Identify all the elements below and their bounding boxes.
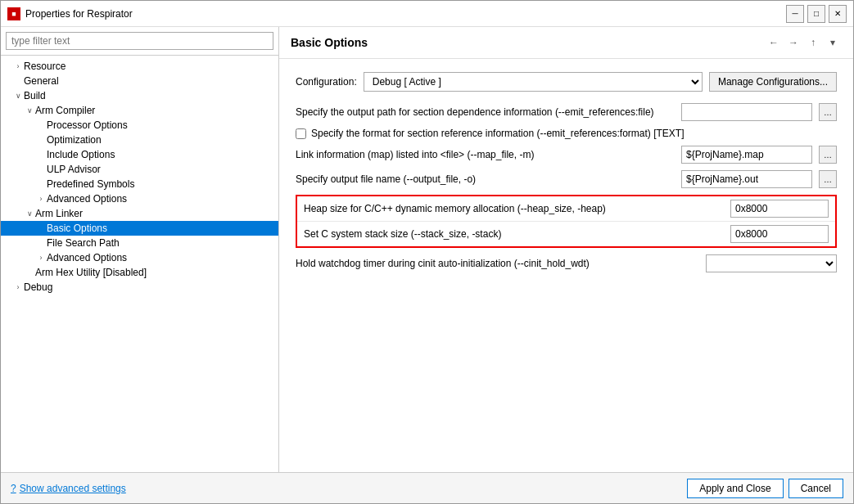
sidebar-label-ulp-advisor: ULP Advisor [47, 164, 101, 175]
sidebar-label-basic-options: Basic Options [47, 223, 107, 234]
stack-size-input[interactable] [730, 225, 829, 243]
window-controls: ─ □ ✕ [786, 5, 847, 23]
configuration-label: Configuration: [296, 76, 357, 88]
sidebar-label-include-options: Include Options [47, 149, 115, 160]
hold-wdt-dropdown[interactable] [706, 254, 837, 272]
show-advanced-settings-link[interactable]: ? Show advanced settings [11, 483, 126, 494]
emit-references-format-checkbox[interactable] [296, 128, 306, 139]
sidebar-item-advanced-options-linker[interactable]: ›Advanced Options [1, 250, 278, 265]
panel-title: Basic Options [291, 36, 368, 49]
sidebar-item-advanced-options-compiler[interactable]: ›Advanced Options [1, 191, 278, 206]
emit-references-row: Specify the output path for section depe… [296, 103, 837, 121]
manage-configurations-button[interactable]: Manage Configurations... [709, 72, 837, 92]
expand-icon-build: ∨ [12, 92, 24, 100]
back-button[interactable]: ← [765, 34, 783, 52]
output-file-row: Specify output file name (--output_file,… [296, 170, 837, 188]
forward-button[interactable]: → [784, 34, 802, 52]
up-button[interactable]: ↑ [804, 34, 822, 52]
highlighted-section: Heap size for C/C++ dynamic memory alloc… [296, 195, 837, 248]
footer: ? Show advanced settings Apply and Close… [1, 472, 853, 503]
panel-header: Basic Options ← → ↑ ▾ [279, 27, 853, 59]
map-file-browse-button[interactable]: … [819, 146, 837, 164]
menu-button[interactable]: ▾ [824, 34, 842, 52]
expand-icon-advanced-options-compiler: › [35, 195, 47, 203]
stack-size-label: Set C system stack size (--stack_size, -… [304, 228, 724, 240]
show-advanced-settings-label: Show advanced settings [20, 483, 126, 494]
apply-close-button[interactable]: Apply and Close [687, 479, 783, 498]
output-file-label: Specify output file name (--output_file,… [296, 173, 675, 185]
window-title: Properties for Respirator [25, 8, 133, 20]
expand-icon-resource: › [12, 62, 24, 70]
sidebar-item-processor-options[interactable]: Processor Options [1, 118, 278, 133]
emit-references-label: Specify the output path for section depe… [296, 106, 675, 118]
sidebar-item-include-options[interactable]: Include Options [1, 147, 278, 162]
footer-buttons: Apply and Close Cancel [687, 479, 843, 498]
sidebar-label-arm-hex-utility: Arm Hex Utility [Disabled] [35, 267, 147, 278]
sidebar-label-debug: Debug [24, 281, 52, 293]
app-icon: ■ [7, 7, 20, 20]
tree: ›ResourceGeneral∨Build∨Arm CompilerProce… [1, 56, 278, 472]
sidebar-item-optimization[interactable]: Optimization [1, 133, 278, 147]
map-file-row: Link information (map) listed into <file… [296, 146, 837, 164]
sidebar-label-optimization: Optimization [47, 134, 102, 146]
cancel-button[interactable]: Cancel [788, 479, 843, 498]
emit-references-format-label: Specify the format for section reference… [311, 128, 685, 139]
minimize-button[interactable]: ─ [786, 5, 804, 23]
output-file-browse-button[interactable]: … [819, 170, 837, 188]
hold-wdt-label: Hold watchdog timer during cinit auto-in… [296, 258, 699, 269]
heap-size-label: Heap size for C/C++ dynamic memory alloc… [304, 203, 724, 214]
sidebar-item-build[interactable]: ∨Build [1, 88, 278, 103]
main-content: ›ResourceGeneral∨Build∨Arm CompilerProce… [1, 27, 853, 472]
close-button[interactable]: ✕ [829, 5, 847, 23]
sidebar-item-arm-linker[interactable]: ∨Arm Linker [1, 206, 278, 221]
hold-wdt-row: Hold watchdog timer during cinit auto-in… [296, 254, 837, 272]
heap-size-row: Heap size for C/C++ dynamic memory alloc… [297, 196, 835, 222]
output-file-input[interactable] [681, 170, 812, 188]
filter-input[interactable] [6, 32, 273, 50]
map-file-input[interactable] [681, 146, 812, 164]
sidebar-label-arm-compiler: Arm Compiler [35, 105, 95, 116]
sidebar-label-build: Build [24, 90, 46, 101]
expand-icon-debug: › [12, 283, 24, 291]
sidebar-item-ulp-advisor[interactable]: ULP Advisor [1, 162, 278, 177]
emit-references-browse-button[interactable]: … [819, 103, 837, 121]
configuration-row: Configuration: Debug [ Active ] Manage C… [296, 72, 837, 92]
sidebar-item-arm-hex-utility[interactable]: Arm Hex Utility [Disabled] [1, 265, 278, 280]
sidebar-label-arm-linker: Arm Linker [35, 208, 83, 219]
sidebar-item-arm-compiler[interactable]: ∨Arm Compiler [1, 103, 278, 118]
stack-size-row: Set C system stack size (--stack_size, -… [297, 222, 835, 246]
sidebar-item-general[interactable]: General [1, 74, 278, 88]
heap-size-input[interactable] [730, 200, 829, 218]
filter-box [1, 27, 278, 56]
sidebar-item-resource[interactable]: ›Resource [1, 59, 278, 74]
right-panel: Basic Options ← → ↑ ▾ Configuration: Deb… [279, 27, 853, 472]
title-bar: ■ Properties for Respirator ─ □ ✕ [1, 1, 853, 27]
sidebar-item-predefined-symbols[interactable]: Predefined Symbols [1, 177, 278, 191]
sidebar-item-debug[interactable]: ›Debug [1, 280, 278, 295]
expand-icon-arm-linker: ∨ [24, 209, 35, 218]
help-icon: ? [11, 483, 16, 494]
expand-icon-arm-compiler: ∨ [24, 106, 35, 115]
emit-references-input[interactable] [681, 103, 812, 121]
sidebar-label-resource: Resource [24, 61, 66, 72]
sidebar-label-general: General [24, 75, 59, 87]
title-bar-left: ■ Properties for Respirator [7, 7, 133, 20]
sidebar: ›ResourceGeneral∨Build∨Arm CompilerProce… [1, 27, 279, 472]
panel-toolbar: ← → ↑ ▾ [765, 34, 842, 52]
sidebar-label-predefined-symbols: Predefined Symbols [47, 178, 134, 190]
configuration-dropdown[interactable]: Debug [ Active ] [364, 72, 703, 92]
sidebar-label-file-search-path: File Search Path [47, 237, 120, 249]
sidebar-item-file-search-path[interactable]: File Search Path [1, 236, 278, 250]
sidebar-label-processor-options: Processor Options [47, 119, 128, 131]
map-file-label: Link information (map) listed into <file… [296, 149, 675, 160]
sidebar-item-basic-options[interactable]: Basic Options [1, 221, 278, 236]
expand-icon-advanced-options-linker: › [35, 254, 47, 262]
panel-body: Configuration: Debug [ Active ] Manage C… [279, 59, 853, 472]
emit-references-format-row: Specify the format for section reference… [296, 128, 837, 139]
sidebar-label-advanced-options-compiler: Advanced Options [47, 193, 127, 205]
sidebar-label-advanced-options-linker: Advanced Options [47, 252, 127, 263]
maximize-button[interactable]: □ [807, 5, 825, 23]
